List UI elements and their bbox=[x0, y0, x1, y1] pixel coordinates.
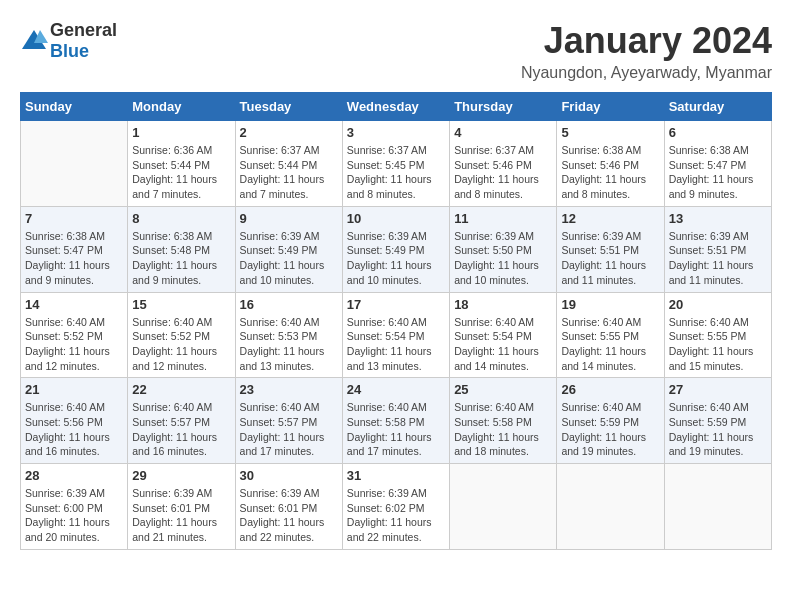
day-number: 16 bbox=[240, 297, 338, 312]
logo-icon bbox=[20, 27, 48, 55]
logo-text-general: General bbox=[50, 20, 117, 40]
day-info: Sunrise: 6:40 AMSunset: 5:56 PMDaylight:… bbox=[25, 400, 123, 459]
calendar-cell: 2Sunrise: 6:37 AMSunset: 5:44 PMDaylight… bbox=[235, 121, 342, 207]
calendar-cell: 9Sunrise: 6:39 AMSunset: 5:49 PMDaylight… bbox=[235, 206, 342, 292]
calendar-week-row: 21Sunrise: 6:40 AMSunset: 5:56 PMDayligh… bbox=[21, 378, 772, 464]
day-info: Sunrise: 6:40 AMSunset: 5:54 PMDaylight:… bbox=[454, 315, 552, 374]
day-info: Sunrise: 6:39 AMSunset: 5:49 PMDaylight:… bbox=[240, 229, 338, 288]
day-number: 29 bbox=[132, 468, 230, 483]
day-info: Sunrise: 6:39 AMSunset: 6:01 PMDaylight:… bbox=[132, 486, 230, 545]
calendar-table: SundayMondayTuesdayWednesdayThursdayFrid… bbox=[20, 92, 772, 550]
page-header: General Blue January 2024 Nyaungdon, Aye… bbox=[20, 20, 772, 82]
calendar-cell: 14Sunrise: 6:40 AMSunset: 5:52 PMDayligh… bbox=[21, 292, 128, 378]
day-info: Sunrise: 6:40 AMSunset: 5:59 PMDaylight:… bbox=[669, 400, 767, 459]
day-info: Sunrise: 6:40 AMSunset: 5:53 PMDaylight:… bbox=[240, 315, 338, 374]
month-title: January 2024 bbox=[521, 20, 772, 62]
day-info: Sunrise: 6:40 AMSunset: 5:55 PMDaylight:… bbox=[561, 315, 659, 374]
day-number: 5 bbox=[561, 125, 659, 140]
day-number: 15 bbox=[132, 297, 230, 312]
day-number: 4 bbox=[454, 125, 552, 140]
day-number: 31 bbox=[347, 468, 445, 483]
day-number: 27 bbox=[669, 382, 767, 397]
calendar-cell bbox=[664, 464, 771, 550]
calendar-cell: 7Sunrise: 6:38 AMSunset: 5:47 PMDaylight… bbox=[21, 206, 128, 292]
day-info: Sunrise: 6:39 AMSunset: 5:50 PMDaylight:… bbox=[454, 229, 552, 288]
calendar-cell bbox=[21, 121, 128, 207]
day-info: Sunrise: 6:37 AMSunset: 5:46 PMDaylight:… bbox=[454, 143, 552, 202]
day-info: Sunrise: 6:40 AMSunset: 5:58 PMDaylight:… bbox=[347, 400, 445, 459]
calendar-cell: 8Sunrise: 6:38 AMSunset: 5:48 PMDaylight… bbox=[128, 206, 235, 292]
location-title: Nyaungdon, Ayeyarwady, Myanmar bbox=[521, 64, 772, 82]
day-info: Sunrise: 6:40 AMSunset: 5:58 PMDaylight:… bbox=[454, 400, 552, 459]
day-number: 11 bbox=[454, 211, 552, 226]
calendar-cell: 5Sunrise: 6:38 AMSunset: 5:46 PMDaylight… bbox=[557, 121, 664, 207]
day-info: Sunrise: 6:40 AMSunset: 5:55 PMDaylight:… bbox=[669, 315, 767, 374]
weekday-header: Saturday bbox=[664, 93, 771, 121]
day-info: Sunrise: 6:39 AMSunset: 6:00 PMDaylight:… bbox=[25, 486, 123, 545]
day-number: 19 bbox=[561, 297, 659, 312]
calendar-cell: 3Sunrise: 6:37 AMSunset: 5:45 PMDaylight… bbox=[342, 121, 449, 207]
day-number: 17 bbox=[347, 297, 445, 312]
calendar-cell: 21Sunrise: 6:40 AMSunset: 5:56 PMDayligh… bbox=[21, 378, 128, 464]
logo: General Blue bbox=[20, 20, 117, 62]
weekday-header: Sunday bbox=[21, 93, 128, 121]
day-number: 22 bbox=[132, 382, 230, 397]
calendar-cell: 12Sunrise: 6:39 AMSunset: 5:51 PMDayligh… bbox=[557, 206, 664, 292]
calendar-cell: 1Sunrise: 6:36 AMSunset: 5:44 PMDaylight… bbox=[128, 121, 235, 207]
day-info: Sunrise: 6:39 AMSunset: 6:02 PMDaylight:… bbox=[347, 486, 445, 545]
logo-text-blue: Blue bbox=[50, 41, 89, 61]
calendar-cell: 11Sunrise: 6:39 AMSunset: 5:50 PMDayligh… bbox=[450, 206, 557, 292]
day-number: 21 bbox=[25, 382, 123, 397]
day-info: Sunrise: 6:40 AMSunset: 5:59 PMDaylight:… bbox=[561, 400, 659, 459]
calendar-cell: 30Sunrise: 6:39 AMSunset: 6:01 PMDayligh… bbox=[235, 464, 342, 550]
calendar-cell: 18Sunrise: 6:40 AMSunset: 5:54 PMDayligh… bbox=[450, 292, 557, 378]
calendar-cell bbox=[557, 464, 664, 550]
day-info: Sunrise: 6:38 AMSunset: 5:47 PMDaylight:… bbox=[25, 229, 123, 288]
calendar-cell: 10Sunrise: 6:39 AMSunset: 5:49 PMDayligh… bbox=[342, 206, 449, 292]
calendar-cell: 29Sunrise: 6:39 AMSunset: 6:01 PMDayligh… bbox=[128, 464, 235, 550]
day-info: Sunrise: 6:40 AMSunset: 5:54 PMDaylight:… bbox=[347, 315, 445, 374]
day-number: 13 bbox=[669, 211, 767, 226]
weekday-header: Wednesday bbox=[342, 93, 449, 121]
weekday-header: Monday bbox=[128, 93, 235, 121]
weekday-header: Friday bbox=[557, 93, 664, 121]
day-number: 8 bbox=[132, 211, 230, 226]
calendar-week-row: 14Sunrise: 6:40 AMSunset: 5:52 PMDayligh… bbox=[21, 292, 772, 378]
calendar-cell: 17Sunrise: 6:40 AMSunset: 5:54 PMDayligh… bbox=[342, 292, 449, 378]
day-number: 18 bbox=[454, 297, 552, 312]
day-info: Sunrise: 6:40 AMSunset: 5:52 PMDaylight:… bbox=[25, 315, 123, 374]
day-number: 3 bbox=[347, 125, 445, 140]
day-info: Sunrise: 6:40 AMSunset: 5:57 PMDaylight:… bbox=[240, 400, 338, 459]
day-info: Sunrise: 6:37 AMSunset: 5:45 PMDaylight:… bbox=[347, 143, 445, 202]
day-info: Sunrise: 6:38 AMSunset: 5:47 PMDaylight:… bbox=[669, 143, 767, 202]
calendar-cell: 20Sunrise: 6:40 AMSunset: 5:55 PMDayligh… bbox=[664, 292, 771, 378]
calendar-cell: 15Sunrise: 6:40 AMSunset: 5:52 PMDayligh… bbox=[128, 292, 235, 378]
day-info: Sunrise: 6:40 AMSunset: 5:52 PMDaylight:… bbox=[132, 315, 230, 374]
day-number: 26 bbox=[561, 382, 659, 397]
day-number: 12 bbox=[561, 211, 659, 226]
day-info: Sunrise: 6:38 AMSunset: 5:46 PMDaylight:… bbox=[561, 143, 659, 202]
calendar-cell: 6Sunrise: 6:38 AMSunset: 5:47 PMDaylight… bbox=[664, 121, 771, 207]
calendar-cell: 4Sunrise: 6:37 AMSunset: 5:46 PMDaylight… bbox=[450, 121, 557, 207]
calendar-cell: 26Sunrise: 6:40 AMSunset: 5:59 PMDayligh… bbox=[557, 378, 664, 464]
calendar-header-row: SundayMondayTuesdayWednesdayThursdayFrid… bbox=[21, 93, 772, 121]
calendar-cell: 31Sunrise: 6:39 AMSunset: 6:02 PMDayligh… bbox=[342, 464, 449, 550]
day-number: 9 bbox=[240, 211, 338, 226]
calendar-cell: 16Sunrise: 6:40 AMSunset: 5:53 PMDayligh… bbox=[235, 292, 342, 378]
calendar-cell: 19Sunrise: 6:40 AMSunset: 5:55 PMDayligh… bbox=[557, 292, 664, 378]
calendar-cell: 13Sunrise: 6:39 AMSunset: 5:51 PMDayligh… bbox=[664, 206, 771, 292]
day-number: 24 bbox=[347, 382, 445, 397]
calendar-week-row: 1Sunrise: 6:36 AMSunset: 5:44 PMDaylight… bbox=[21, 121, 772, 207]
calendar-cell: 25Sunrise: 6:40 AMSunset: 5:58 PMDayligh… bbox=[450, 378, 557, 464]
day-info: Sunrise: 6:36 AMSunset: 5:44 PMDaylight:… bbox=[132, 143, 230, 202]
calendar-cell: 22Sunrise: 6:40 AMSunset: 5:57 PMDayligh… bbox=[128, 378, 235, 464]
calendar-cell: 28Sunrise: 6:39 AMSunset: 6:00 PMDayligh… bbox=[21, 464, 128, 550]
calendar-week-row: 7Sunrise: 6:38 AMSunset: 5:47 PMDaylight… bbox=[21, 206, 772, 292]
day-number: 14 bbox=[25, 297, 123, 312]
day-number: 6 bbox=[669, 125, 767, 140]
day-info: Sunrise: 6:39 AMSunset: 5:49 PMDaylight:… bbox=[347, 229, 445, 288]
calendar-cell bbox=[450, 464, 557, 550]
calendar-cell: 24Sunrise: 6:40 AMSunset: 5:58 PMDayligh… bbox=[342, 378, 449, 464]
day-info: Sunrise: 6:39 AMSunset: 6:01 PMDaylight:… bbox=[240, 486, 338, 545]
calendar-week-row: 28Sunrise: 6:39 AMSunset: 6:00 PMDayligh… bbox=[21, 464, 772, 550]
